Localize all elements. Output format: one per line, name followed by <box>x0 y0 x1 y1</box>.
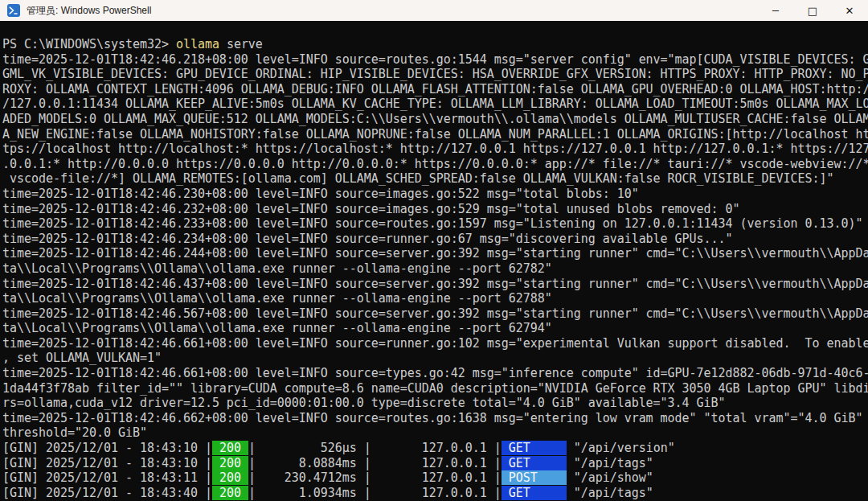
method-badge: GET <box>502 441 567 455</box>
status-badge: 200 <box>212 486 248 500</box>
log-line: tps://localhost http://localhost:* https… <box>2 142 868 157</box>
command-text: ollama <box>176 37 219 51</box>
log-line: A_NEW_ENGINE:false OLLAMA_NOHISTORY:fals… <box>2 127 868 142</box>
log-line: threshold="20.0 GiB" <box>2 425 868 441</box>
gin-prefix: [GIN] 2025/12/01 - 18:43:11 | <box>2 470 212 485</box>
status-badge: 200 <box>212 456 248 470</box>
terminal-output[interactable]: PS C:\WINDOWS\system32> ollama serve tim… <box>0 21 868 501</box>
powershell-icon[interactable] <box>7 4 20 17</box>
log-line: time=2025-12-01T18:42:46.567+08:00 level… <box>2 306 868 322</box>
log-line: 1da44f3f78ab filter_id="" library=CUDA c… <box>2 381 868 396</box>
log-line: time=2025-12-01T18:42:46.230+08:00 level… <box>2 187 868 202</box>
close-button[interactable]: ✕ <box>831 0 868 21</box>
log-line: /127.0.0.1:11434 OLLAMA_KEEP_ALIVE:5m0s … <box>2 97 868 112</box>
window-title: 管理员: Windows PowerShell <box>27 4 151 18</box>
log-line: time=2025-12-01T18:42:46.437+08:00 level… <box>2 277 868 292</box>
log-line: time=2025-12-01T18:42:46.218+08:00 level… <box>2 52 868 68</box>
window-controls: ─ □ ✕ <box>757 0 868 21</box>
shell-prompt: PS C:\WINDOWS\system32> <box>2 37 176 51</box>
log-line: time=2025-12-01T18:42:46.661+08:00 level… <box>2 366 868 381</box>
log-line: ADED_MODELS:0 OLLAMA_MAX_QUEUE:512 OLLAM… <box>2 112 868 127</box>
log-line: time=2025-12-01T18:42:46.661+08:00 level… <box>2 336 868 351</box>
log-line: ta\\Local\\Programs\\Ollama\\ollama.exe … <box>2 291 868 306</box>
titlebar[interactable]: 管理员: Windows PowerShell ─ □ ✕ <box>0 0 868 21</box>
gin-latency-ip: | 526µs | 127.0.0.1 | <box>248 441 502 455</box>
gin-path: "/api/version" <box>567 441 675 455</box>
gin-prefix: [GIN] 2025/12/01 - 18:43:10 | <box>2 441 212 455</box>
maximize-button[interactable]: □ <box>794 0 831 21</box>
gin-request-line: [GIN] 2025/12/01 - 18:43:10 | 200 | 8.08… <box>2 456 868 471</box>
log-line: time=2025-12-01T18:42:46.234+08:00 level… <box>2 232 868 247</box>
log-line: time=2025-12-01T18:42:46.232+08:00 level… <box>2 202 868 217</box>
gin-request-line: [GIN] 2025/12/01 - 18:43:11 | 200 | 230.… <box>2 470 868 486</box>
log-line: vscode-file://*] OLLAMA_REMOTES:[ollama.… <box>2 171 868 187</box>
prompt-line: PS C:\WINDOWS\system32> ollama serve <box>2 37 868 52</box>
minimize-button[interactable]: ─ <box>757 0 794 21</box>
log-line: time=2025-12-01T18:42:46.662+08:00 level… <box>2 411 868 426</box>
status-badge: 200 <box>212 441 248 455</box>
gin-request-line: [GIN] 2025/12/01 - 18:43:40 | 200 | 1.09… <box>2 486 868 501</box>
gin-prefix: [GIN] 2025/12/01 - 18:43:40 | <box>2 486 212 500</box>
log-line: time=2025-12-01T18:42:46.233+08:00 level… <box>2 216 868 232</box>
log-line: time=2025-12-01T18:42:46.244+08:00 level… <box>2 246 868 261</box>
gin-path: "/api/show" <box>567 470 653 485</box>
method-badge: GET <box>502 486 567 500</box>
gin-path: "/api/tags" <box>567 486 653 500</box>
log-line: , set OLLAMA_VULKAN=1" <box>2 351 868 366</box>
log-line: ROXY: OLLAMA_CONTEXT_LENGTH:4096 OLLAMA_… <box>2 82 868 97</box>
gin-latency-ip: | 1.0934ms | 127.0.0.1 | <box>248 486 502 500</box>
command-args: serve <box>219 37 263 51</box>
gin-request-line: [GIN] 2025/12/01 - 18:43:10 | 200 | 526µ… <box>2 441 868 456</box>
log-line: GML_VK_VISIBLE_DEVICES: GPU_DEVICE_ORDIN… <box>2 67 868 82</box>
method-badge: GET <box>502 456 567 470</box>
gin-prefix: [GIN] 2025/12/01 - 18:43:10 | <box>2 456 212 470</box>
log-line: .0.0.1:* http://0.0.0.0 https://0.0.0.0 … <box>2 157 868 172</box>
log-line: rs=ollama,cuda_v12 driver=12.5 pci_id=00… <box>2 396 868 411</box>
gin-latency-ip: | 230.4712ms | 127.0.0.1 | <box>248 470 502 485</box>
gin-path: "/api/tags" <box>567 456 653 470</box>
status-badge: 200 <box>212 470 248 485</box>
method-badge: POST <box>502 470 567 485</box>
gin-latency-ip: | 8.0884ms | 127.0.0.1 | <box>248 456 502 470</box>
log-line: ta\\Local\\Programs\\Ollama\\ollama.exe … <box>2 321 868 336</box>
log-line: ta\\Local\\Programs\\Ollama\\ollama.exe … <box>2 261 868 277</box>
